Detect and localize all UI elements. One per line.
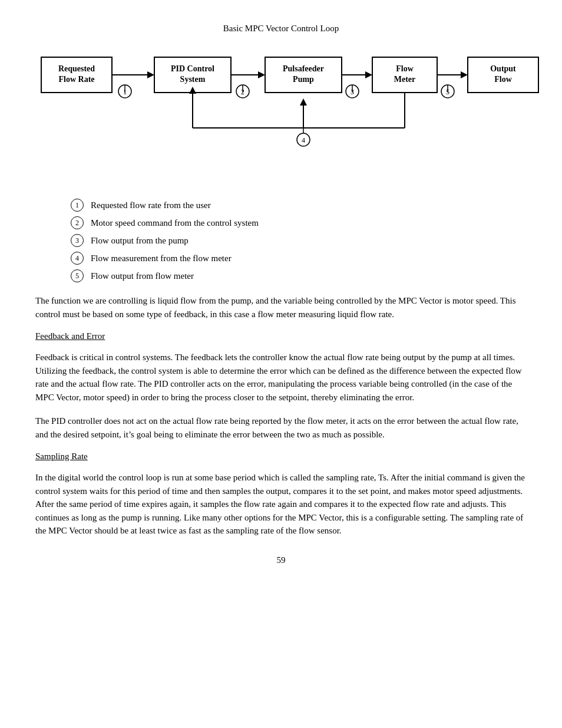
- svg-text:Output: Output: [490, 64, 516, 73]
- legend-text-1: Requested flow rate from the user: [91, 200, 211, 210]
- body-paragraph-1: The function we are controlling is liqui…: [35, 294, 527, 321]
- legend-item-4: 4 Flow measurement from the flow meter: [71, 252, 527, 265]
- svg-text:PID Control: PID Control: [171, 64, 214, 73]
- body-paragraph-2: Feedback is critical in control systems.…: [35, 351, 527, 404]
- svg-marker-28: [461, 71, 468, 78]
- legend-num-1: 1: [71, 199, 84, 212]
- svg-marker-20: [365, 71, 372, 78]
- svg-text:Pulsafeeder: Pulsafeeder: [283, 64, 324, 73]
- svg-text:Requested: Requested: [58, 64, 95, 73]
- legend-item-3: 3 Flow output from the pump: [71, 234, 527, 247]
- legend-text-4: Flow measurement from the flow meter: [91, 253, 232, 263]
- legend-num-4: 4: [71, 252, 84, 265]
- legend-num-2: 2: [71, 216, 84, 229]
- svg-marker-12: [258, 71, 265, 78]
- svg-text:Flow Rate: Flow Rate: [58, 75, 94, 84]
- page-number: 59: [35, 555, 527, 565]
- legend-num-3: 3: [71, 234, 84, 247]
- svg-text:Meter: Meter: [394, 75, 416, 84]
- legend-num-5: 5: [71, 269, 84, 282]
- svg-marker-4: [147, 71, 154, 78]
- legend-item-1: 1 Requested flow rate from the user: [71, 199, 527, 212]
- svg-marker-40: [300, 98, 307, 106]
- svg-text:Pump: Pump: [293, 75, 314, 84]
- diagram-svg: Requested Flow Rate 1 PID Control System…: [35, 45, 548, 181]
- legend-text-3: Flow output from the pump: [91, 236, 189, 246]
- svg-text:4: 4: [302, 136, 305, 144]
- page-title: Basic MPC Vector Control Loop: [35, 24, 527, 34]
- legend-item-5: 5 Flow output from flow meter: [71, 269, 527, 282]
- svg-text:Flow: Flow: [396, 64, 414, 73]
- legend-text-2: Motor speed command from the control sys…: [91, 218, 259, 228]
- body-paragraph-4: In the digital world the control loop is…: [35, 471, 527, 538]
- heading-sampling: Sampling Rate: [35, 452, 527, 462]
- body-paragraph-3: The PID controller does not act on the a…: [35, 414, 527, 441]
- svg-text:System: System: [180, 75, 206, 84]
- svg-text:Flow: Flow: [494, 75, 512, 84]
- heading-feedback: Feedback and Error: [35, 331, 527, 341]
- legend: 1 Requested flow rate from the user 2 Mo…: [71, 199, 527, 282]
- legend-item-2: 2 Motor speed command from the control s…: [71, 216, 527, 229]
- legend-text-5: Flow output from flow meter: [91, 271, 194, 281]
